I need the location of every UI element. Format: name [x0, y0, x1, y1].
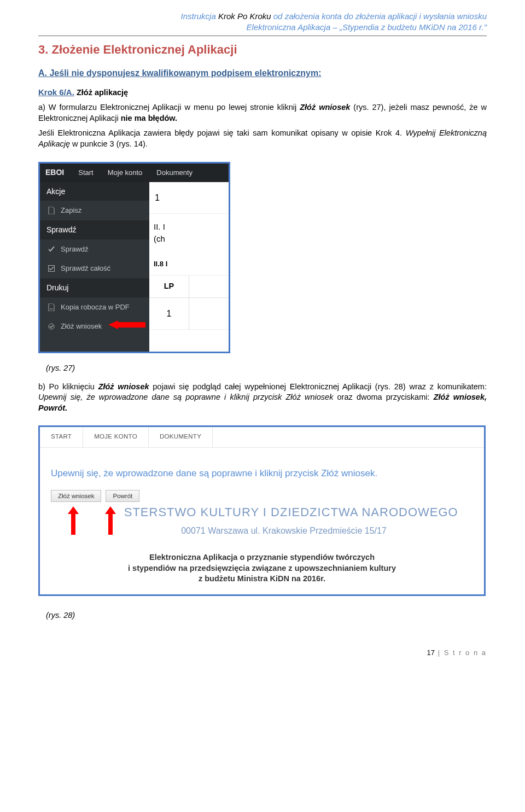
file-icon: [48, 207, 55, 214]
nav-dokumenty[interactable]: Dokumenty: [156, 168, 192, 178]
paragraph-b: Jeśli Elektroniczna Aplikacja zawiera bł…: [38, 128, 487, 149]
annotation-arrows: MISTERSTWO KULTURY I DZIEDZICTWA NARODOW…: [51, 506, 473, 545]
step-rest: Złóż aplikację: [74, 88, 128, 97]
annotation-arrow-icon: [69, 506, 77, 533]
header-divider: [38, 36, 487, 36]
screenshot-2: START MOJE KONTO DOKUMENTY Upewnij się, …: [38, 425, 486, 596]
sidebar-item-sprawdz[interactable]: Sprawdź: [40, 239, 149, 259]
step-label: Krok 6/A.: [38, 87, 74, 97]
para-c-text1: b) Po kliknięciu: [38, 382, 98, 391]
screenshot-1: EBOI Start Moje konto Dokumenty Akcje Za…: [38, 162, 230, 353]
paragraph-a: a) W formularzu Elektronicznej Aplikacji…: [38, 102, 487, 124]
page-header: Instrukcja Krok Po Kroku od założenia ko…: [38, 0, 487, 33]
eboi-sidebar: Akcje Zapisz Sprawdź Sprawdź Sprawdź cał…: [40, 182, 149, 352]
check-icon: [48, 246, 55, 253]
eboi-brand: EBOI: [45, 167, 64, 178]
main-lp: LP: [149, 276, 189, 298]
main-ch: (ch: [149, 233, 229, 252]
eboi-main: 1 II. I (ch II.8 I LP 1: [149, 182, 229, 352]
zloz-wniosek-button[interactable]: Złóż wniosek: [51, 490, 101, 502]
main-h28: II.8 I: [149, 253, 229, 276]
tab-dokumenty[interactable]: DOKUMENTY: [149, 427, 213, 447]
para-c-bold1: Złóż wniosek: [98, 382, 149, 391]
subsection-a: A. Jeśli nie dysponujesz kwalifikowanym …: [38, 67, 487, 79]
tab-moje-konto[interactable]: MOJE KONTO: [83, 427, 149, 447]
sidebar-item-kopia-pdf[interactable]: Kopia robocza w PDF: [40, 297, 149, 317]
para-a-bold: Złóż wniosek: [300, 103, 350, 112]
sidebar-head-akcje: Akcje: [40, 182, 149, 201]
sidebar-item-label: Sprawdź: [61, 244, 89, 254]
page-label: | S t r o n a: [435, 649, 487, 657]
submit-icon: [48, 323, 55, 330]
step-line: Krok 6/A. Złóż aplikację: [38, 87, 487, 98]
sidebar-item-zloz-wniosek[interactable]: Złóż wniosek: [40, 317, 149, 336]
para-c-ital: Upewnij się, że wprowadzone dane są popr…: [38, 393, 333, 401]
sidebar-head-drukuj: Drukuj: [40, 278, 149, 297]
eboi-topbar: EBOI Start Moje konto Dokumenty: [40, 163, 229, 182]
app-title-line1: Elektroniczna Aplikacja o przyznanie sty…: [51, 552, 473, 563]
caption-rys28: (rys. 28): [46, 610, 487, 621]
confirm-notice: Upewnij się, że wprowadzone dane są popr…: [51, 468, 473, 480]
page-footer: 17 | S t r o n a: [38, 648, 487, 658]
ministry-address: 00071 Warszawa ul. Krakowskie Przedmieśc…: [95, 525, 473, 537]
ministry-title: MISTERSTWO KULTURY I DZIEDZICTWA NARODOW…: [95, 504, 473, 521]
header-line1-ital: Krok Po Kroku: [218, 11, 271, 21]
app-title-line3: z budżetu Ministra KiDN na 2016r.: [51, 574, 473, 585]
para-a-bold2: nie ma błędów.: [121, 114, 177, 122]
main-roman: II. I: [149, 214, 229, 233]
para-b-text1: Jeśli Elektroniczna Aplikacja zawiera bł…: [38, 128, 406, 137]
annotation-arrow-icon: [108, 319, 147, 330]
header-line1-prefix: Instrukcja: [181, 11, 218, 21]
sidebar-head-sprawdz: Sprawdź: [40, 220, 149, 239]
caption-rys27: (rys. 27): [46, 363, 487, 374]
main-lp-blank: [189, 276, 229, 298]
app-title-line2: i stypendiów na przedsięwzięcia związane…: [51, 563, 473, 574]
para-c-text2: pojawi się podgląd całej wypełnionej Ele…: [149, 382, 487, 391]
header-line1-rest: od założenia konta do złożenia aplikacji…: [271, 11, 487, 21]
section-title: 3. Złożenie Elektronicznej Aplikacji: [38, 42, 487, 58]
sidebar-item-label: Sprawdź całość: [61, 264, 110, 273]
application-title: Elektroniczna Aplikacja o przyznanie sty…: [51, 552, 473, 585]
tabs-bar: START MOJE KONTO DOKUMENTY: [40, 427, 484, 448]
sidebar-item-label: Zapisz: [61, 206, 81, 215]
powrot-button[interactable]: Powrót: [106, 490, 139, 502]
para-b-text2: w punkcie 3 (rys. 14).: [70, 139, 148, 148]
main-cell-1b: 1: [149, 298, 189, 330]
ministry-title-text: STERSTWO KULTURY I DZIEDZICTWA NARODOWEG…: [124, 505, 458, 519]
para-a-text1: a) W formularzu Elektronicznej Aplikacji…: [38, 103, 300, 112]
page-number: 17: [427, 649, 435, 657]
para-c-text3: oraz dwoma przyciskami:: [333, 393, 433, 401]
paragraph-c: b) Po kliknięciu Złóż wniosek pojawi się…: [38, 382, 487, 414]
check-square-icon: [48, 265, 55, 272]
sidebar-item-zapisz[interactable]: Zapisz: [40, 201, 149, 220]
header-line2: Elektroniczna Aplikacja – „Stypendia z b…: [38, 22, 487, 33]
tab-start[interactable]: START: [40, 427, 83, 447]
sidebar-item-sprawdz-calosc[interactable]: Sprawdź całość: [40, 259, 149, 278]
sidebar-item-label: Złóż wniosek: [61, 322, 102, 331]
main-cell-1: 1: [149, 182, 229, 214]
pdf-icon: [48, 303, 55, 311]
sidebar-item-label: Kopia robocza w PDF: [61, 302, 130, 312]
nav-moje-konto[interactable]: Moje konto: [108, 168, 143, 178]
main-cell-blank: [189, 298, 229, 330]
nav-start[interactable]: Start: [78, 168, 93, 178]
